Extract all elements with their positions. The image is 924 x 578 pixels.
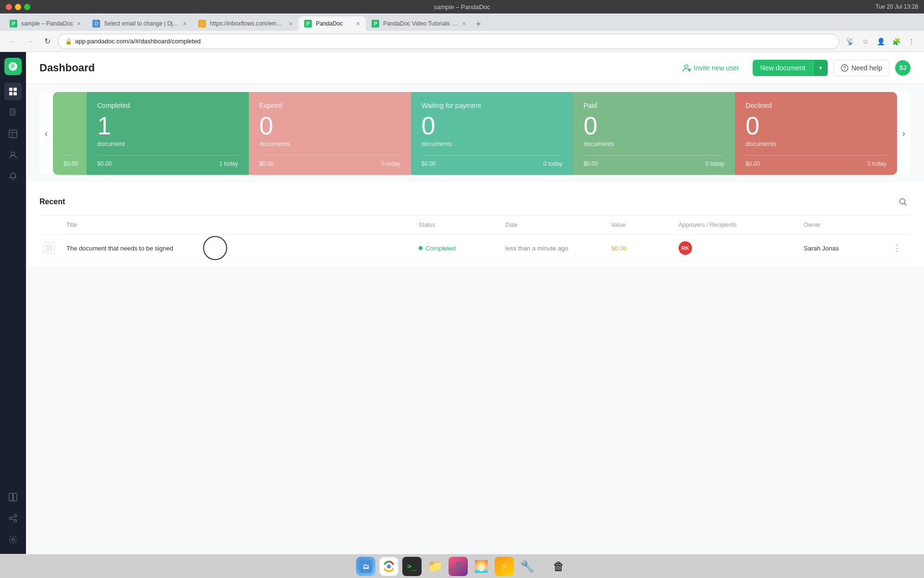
sidebar-item-notifications[interactable] xyxy=(4,168,22,185)
stat-card-waiting-payment[interactable]: Waiting for payment 0 documents $0.00 0 … xyxy=(411,92,573,175)
row-status-cell: Completed xyxy=(415,241,501,256)
invite-btn-label: Invite new user xyxy=(694,64,739,72)
trash-dock-icon[interactable]: 🗑 xyxy=(549,557,568,576)
photos-dock-icon[interactable]: 🌅 xyxy=(472,557,491,576)
tab-4-close[interactable]: × xyxy=(356,20,360,27)
tab-2-label: Select email to change | Djang... xyxy=(104,20,179,27)
pandadoc-logo[interactable]: P xyxy=(4,58,22,75)
forward-button[interactable]: → xyxy=(23,35,37,48)
tab-5[interactable]: P PandaDoc Video Tutorials (Tri... × xyxy=(366,16,472,31)
stats-cards-container: ‹ $0.00 Completed 1 docume xyxy=(26,84,924,183)
reload-button[interactable]: ↻ xyxy=(40,35,54,48)
card-completed-footer: $0.00 1 today xyxy=(97,155,238,167)
another-dock-icon[interactable]: 🔧 xyxy=(518,557,537,576)
music-dock-icon[interactable]: 🎵 xyxy=(449,557,468,576)
card-paid-number: 0 xyxy=(583,113,724,138)
col-header-recipients: Approvers / Recipients xyxy=(675,220,800,230)
tab-1[interactable]: P sample – PandaDoc × xyxy=(4,16,87,31)
svg-text:?: ? xyxy=(843,66,846,71)
stat-card-declined[interactable]: Declined 0 documents $0.00 0 today xyxy=(735,92,897,175)
need-help-button[interactable]: ? Need help xyxy=(834,60,889,76)
card-completed-label: document xyxy=(97,140,238,147)
row-checkbox-cell[interactable] xyxy=(39,238,63,258)
tab-5-label: PandaDoc Video Tutorials (Tri... xyxy=(383,20,458,27)
tab-1-close[interactable]: × xyxy=(77,20,81,27)
minimize-window-btn[interactable] xyxy=(15,4,21,10)
tab-3-close[interactable]: × xyxy=(289,20,293,27)
card-paid-footer: $0.00 0 today xyxy=(583,155,724,167)
header-actions: Invite new user New document ▾ ? Need he… xyxy=(675,60,911,76)
row-actions-cell[interactable]: ⋮ xyxy=(886,237,911,259)
scroll-right-arrow[interactable]: › xyxy=(897,92,911,175)
recent-header: Recent xyxy=(39,186,911,216)
new-doc-dropdown-arrow[interactable]: ▾ xyxy=(813,60,828,76)
add-user-icon xyxy=(682,64,691,72)
col-header-date: Date xyxy=(501,220,607,230)
dock-separator xyxy=(543,558,543,575)
sidebar-item-templates[interactable] xyxy=(4,125,22,143)
energy-dock-icon[interactable]: ⚡ xyxy=(495,557,514,576)
svg-line-20 xyxy=(12,519,14,520)
sidebar-item-contacts[interactable] xyxy=(4,146,22,164)
svg-rect-3 xyxy=(13,88,17,91)
extensions-icon[interactable]: 🧩 xyxy=(889,35,903,48)
sidebar-item-dashboard[interactable] xyxy=(4,83,22,100)
back-button[interactable]: ← xyxy=(6,35,19,48)
card-declined-number: 0 xyxy=(745,113,886,138)
user-avatar[interactable]: SJ xyxy=(895,60,911,76)
scroll-left-arrow[interactable]: ‹ xyxy=(39,92,53,175)
profile-icon[interactable]: 👤 xyxy=(874,35,887,48)
bookmark-star-icon[interactable]: ☆ xyxy=(859,35,872,48)
sidebar-item-documents[interactable] xyxy=(4,104,22,121)
sidebar: P xyxy=(0,52,26,554)
search-button[interactable] xyxy=(895,194,911,210)
screen-cast-icon[interactable]: 📡 xyxy=(843,35,857,48)
table-row[interactable]: The document that needs to be signed Com… xyxy=(39,235,911,262)
tab-4-pandadoc[interactable]: P PandaDoc × xyxy=(298,16,366,31)
card-paid-amount: $0.00 xyxy=(583,160,598,167)
tab-3[interactable]: i https://inboxflows.com/emails/... × xyxy=(192,16,298,31)
stat-card-completed[interactable]: Completed 1 document $0.00 1 today xyxy=(87,92,249,175)
dashboard-header: Dashboard Invite new user New document ▾ xyxy=(26,52,924,84)
status-badge: Completed xyxy=(419,245,456,252)
more-options-icon[interactable]: ⋮ xyxy=(905,35,918,48)
card-completed-amount: $0.00 xyxy=(97,160,112,167)
folder-dock-icon[interactable]: 📁 xyxy=(425,557,445,576)
card-expired-amount: $0.00 xyxy=(259,160,274,167)
sidebar-item-catalog[interactable] xyxy=(4,488,22,506)
svg-point-18 xyxy=(14,520,17,522)
svg-rect-15 xyxy=(13,493,17,501)
card-waiting-label: documents xyxy=(422,140,563,147)
sidebar-item-settings[interactable] xyxy=(4,531,22,548)
document-title: The document that needs to be signed xyxy=(66,245,173,252)
partial-stat-card[interactable]: $0.00 xyxy=(53,92,87,175)
tab-5-close[interactable]: × xyxy=(462,20,466,27)
stat-card-expired[interactable]: Expired 0 documents $0.00 0 today xyxy=(249,92,411,175)
row-more-button[interactable]: ⋮ xyxy=(890,241,904,255)
sidebar-item-integrations[interactable] xyxy=(4,510,22,527)
tab-2-close[interactable]: × xyxy=(183,20,187,27)
new-document-button[interactable]: New document ▾ xyxy=(753,60,828,76)
stat-card-paid[interactable]: Paid 0 documents $0.00 0 today xyxy=(573,92,735,175)
card-declined-title: Declined xyxy=(745,102,886,109)
recipient-initials: RK xyxy=(681,245,689,251)
tab-2[interactable]: D Select email to change | Djang... × xyxy=(87,16,192,31)
finder-icon[interactable]: 🗂 xyxy=(356,557,375,576)
chrome-dock-icon[interactable] xyxy=(379,557,398,576)
mac-dock: 🗂 >_ 📁 🎵 🌅 ⚡ 🔧 🗑 xyxy=(0,554,924,578)
svg-point-16 xyxy=(10,517,12,520)
card-completed-number: 1 xyxy=(97,113,238,138)
close-window-btn[interactable] xyxy=(6,4,12,10)
new-tab-button[interactable]: + xyxy=(472,17,485,31)
invite-user-button[interactable]: Invite new user xyxy=(675,60,747,76)
svg-point-17 xyxy=(14,515,17,517)
status-dot xyxy=(419,246,423,250)
row-title-cell[interactable]: The document that needs to be signed xyxy=(63,241,415,256)
terminal-dock-icon[interactable]: >_ xyxy=(402,557,422,576)
table-header: Title Status Date Value Approvers / Reci… xyxy=(39,216,911,235)
row-date-cell: less than a minute ago xyxy=(501,241,607,256)
card-expired-title: Expired xyxy=(259,102,400,109)
url-bar[interactable]: 🔒 app.pandadoc.com/a/#/dashboard/complet… xyxy=(58,34,839,49)
tabs-bar: P sample – PandaDoc × D Select email to … xyxy=(0,13,924,31)
maximize-window-btn[interactable] xyxy=(24,4,30,10)
